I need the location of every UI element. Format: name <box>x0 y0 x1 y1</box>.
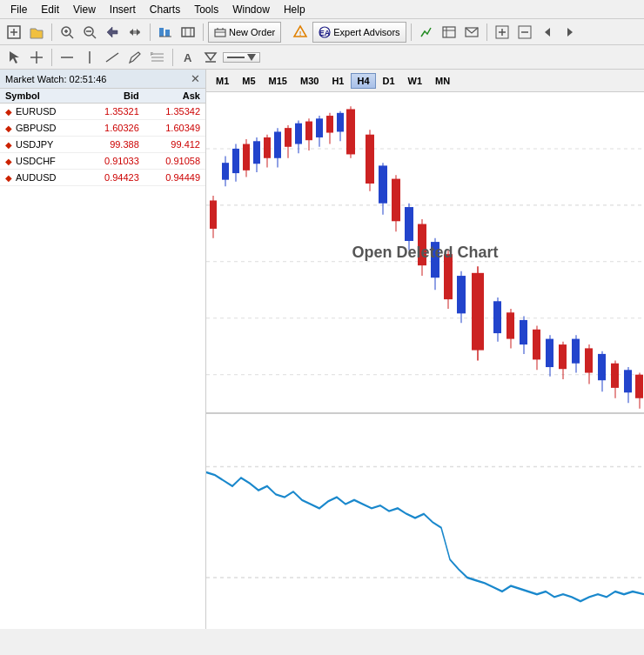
svg-rect-129 <box>206 414 644 629</box>
svg-rect-122 <box>598 354 606 380</box>
market-watch-row[interactable]: ◆ EURUSD 1.35321 1.35342 <box>0 104 205 120</box>
cursor-btn[interactable] <box>3 47 24 68</box>
market-watch-title: Market Watch: 02:51:46 <box>5 74 106 84</box>
svg-rect-84 <box>346 109 355 154</box>
svg-rect-68 <box>264 137 271 158</box>
market-watch-row[interactable]: ◆ GBPUSD 1.60326 1.60349 <box>0 120 205 137</box>
candle-peak <box>346 106 355 158</box>
col-symbol: Symbol <box>0 89 84 104</box>
menu-insert[interactable]: Insert <box>103 2 143 17</box>
tf-h4[interactable]: H4 <box>351 73 375 89</box>
expert-advisors-btn[interactable]: EA Expert Advisors <box>312 22 406 43</box>
tf-d1[interactable]: D1 <box>377 73 401 89</box>
svg-rect-110 <box>520 320 527 344</box>
vline-btn[interactable] <box>79 47 100 68</box>
text-tool-btn[interactable]: A <box>178 47 198 68</box>
svg-rect-96 <box>418 224 426 266</box>
svg-rect-60 <box>222 163 229 179</box>
tf-m5[interactable]: M5 <box>236 73 261 89</box>
history-btn[interactable] <box>416 22 437 43</box>
tf-h1[interactable]: H1 <box>325 73 350 89</box>
mw-ask: 99.412 <box>144 137 205 153</box>
mw-bid: 0.94423 <box>84 170 144 186</box>
market-watch-panel: Market Watch: 02:51:46 ✕ Symbol Bid Ask … <box>0 70 206 629</box>
tf-mn[interactable]: MN <box>429 73 456 89</box>
mw-symbol: ◆ USDCHF <box>0 153 84 170</box>
new-chart-btn[interactable] <box>3 22 24 43</box>
menu-edit[interactable]: Edit <box>34 2 66 17</box>
arrow-left-btn[interactable] <box>537 22 558 43</box>
main-layout: Market Watch: 02:51:46 ✕ Symbol Bid Ask … <box>0 70 644 629</box>
accounts-btn[interactable] <box>439 22 460 43</box>
alert-btn[interactable]: ! <box>290 22 311 43</box>
menu-tools[interactable]: Tools <box>187 2 225 17</box>
properties-btn[interactable] <box>178 22 198 43</box>
svg-text:A: A <box>184 51 192 64</box>
tf-m30[interactable]: M30 <box>294 73 325 89</box>
svg-rect-82 <box>337 113 344 132</box>
candle-big-red <box>472 266 484 360</box>
svg-rect-62 <box>232 149 239 173</box>
sep7 <box>172 49 173 66</box>
trendline-btn[interactable] <box>102 47 123 68</box>
menu-help[interactable]: Help <box>277 2 312 17</box>
market-watch-row[interactable]: ◆ AUDUSD 0.94423 0.94449 <box>0 170 205 186</box>
mail-btn[interactable] <box>461 22 482 43</box>
market-watch-row[interactable]: ◆ USDCHF 0.91033 0.91058 <box>0 153 205 170</box>
svg-line-4 <box>70 35 73 38</box>
svg-marker-52 <box>247 54 256 61</box>
zoom-out-btn[interactable] <box>79 22 100 43</box>
crosshair-btn[interactable] <box>26 47 47 68</box>
arrow-right-btn[interactable] <box>560 22 580 43</box>
mw-ask: 1.60349 <box>144 120 205 137</box>
svg-rect-78 <box>316 118 323 137</box>
zoom-out2-btn[interactable] <box>514 22 535 43</box>
svg-rect-104 <box>472 273 484 351</box>
svg-line-44 <box>106 53 118 62</box>
svg-rect-120 <box>585 348 593 372</box>
pen-btn[interactable] <box>124 47 145 68</box>
sym-arrow-icon: ◆ <box>5 107 12 117</box>
tf-m1[interactable]: M1 <box>210 73 235 89</box>
mw-bid: 0.91033 <box>84 153 144 170</box>
nav-btn[interactable] <box>102 22 123 43</box>
menu-window[interactable]: Window <box>225 2 277 17</box>
expert-advisors-label: Expert Advisors <box>333 27 399 37</box>
menu-view[interactable]: View <box>66 2 103 17</box>
mw-symbol: ◆ USDJPY <box>0 137 84 153</box>
hline-btn[interactable] <box>57 47 77 68</box>
col-bid: Bid <box>84 89 144 104</box>
sep5 <box>486 23 487 41</box>
svg-rect-98 <box>431 242 439 277</box>
sym-arrow-icon: ◆ <box>5 173 12 183</box>
svg-marker-10 <box>107 27 117 37</box>
svg-rect-88 <box>366 135 374 184</box>
sep1 <box>51 23 52 41</box>
tf-w1[interactable]: W1 <box>402 73 429 89</box>
svg-marker-13 <box>137 29 140 36</box>
open-btn[interactable] <box>26 22 47 43</box>
market-watch-close[interactable]: ✕ <box>191 72 200 85</box>
mw-symbol: ◆ GBPUSD <box>0 120 84 137</box>
scroll-btn[interactable] <box>124 22 145 43</box>
sym-arrow-icon: ◆ <box>5 124 12 133</box>
drawing-dropdown-btn[interactable] <box>200 47 221 68</box>
zoom-in-btn[interactable] <box>57 22 77 43</box>
new-order-btn[interactable]: New Order <box>208 22 281 43</box>
svg-rect-28 <box>443 27 455 37</box>
svg-rect-116 <box>559 344 567 369</box>
mw-ask: 0.94449 <box>144 170 205 186</box>
indicator-svg <box>206 414 644 629</box>
candle-mid-1 <box>366 130 374 190</box>
candlestick-chart[interactable]: Open Deleted Chart <box>206 92 644 414</box>
indicator-chart[interactable] <box>206 414 644 629</box>
period-sep-btn[interactable] <box>155 22 176 43</box>
menu-file[interactable]: File <box>3 2 34 17</box>
market-watch-row[interactable]: ◆ USDJPY 99.388 99.412 <box>0 137 205 153</box>
drawing-style-dropdown[interactable] <box>223 52 260 63</box>
zoom-in2-btn[interactable] <box>492 22 513 43</box>
fibonacci-btn[interactable]: F <box>147 47 168 68</box>
svg-rect-20 <box>215 30 225 37</box>
menu-charts[interactable]: Charts <box>143 2 187 17</box>
tf-m15[interactable]: M15 <box>263 73 293 89</box>
